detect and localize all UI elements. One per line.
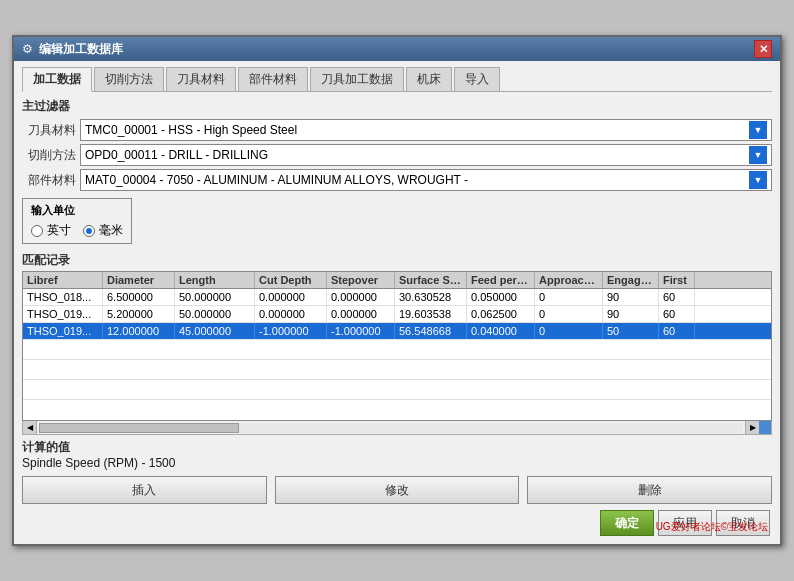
scroll-right-button[interactable]: ▶: [745, 421, 759, 434]
cell-step-2: -1.000000: [327, 323, 395, 339]
cell-step-0: 0.000000: [327, 289, 395, 305]
col-header-first: First: [659, 272, 695, 288]
scroll-left-button[interactable]: ◀: [23, 421, 37, 434]
tool-material-arrow[interactable]: ▼: [749, 121, 767, 139]
cell-length-0: 50.000000: [175, 289, 255, 305]
cell-surf-1: 19.603538: [395, 306, 467, 322]
scroll-track[interactable]: [39, 423, 743, 433]
cell-first-0: 60: [659, 289, 695, 305]
col-header-engage: Engage %: [603, 272, 659, 288]
tab-tool-data[interactable]: 刀具加工数据: [310, 67, 404, 91]
cancel-button[interactable]: 取消: [716, 510, 770, 536]
col-header-stepover: Stepover: [327, 272, 395, 288]
cut-method-row: 切削方法 OPD0_00011 - DRILL - DRILLING ▼: [22, 144, 772, 166]
part-material-label: 部件材料: [22, 172, 76, 189]
cell-diameter-0: 6.500000: [103, 289, 175, 305]
delete-button[interactable]: 删除: [527, 476, 772, 504]
cell-appr-2: 0: [535, 323, 603, 339]
data-table: Libref Diameter Length Cut Depth Stepove…: [22, 271, 772, 421]
calculated-section: 计算的值 Spindle Speed (RPM) - 1500: [22, 439, 772, 470]
main-window: ⚙ 编辑加工数据库 ✕ 加工数据 切削方法 刀具材料 部件材料 刀具加工数据 机…: [12, 35, 782, 546]
cell-first-1: 60: [659, 306, 695, 322]
window-content: 加工数据 切削方法 刀具材料 部件材料 刀具加工数据 机床 导入 主过滤器 刀具…: [14, 61, 780, 544]
title-bar: ⚙ 编辑加工数据库 ✕: [14, 37, 780, 61]
window-title: 编辑加工数据库: [39, 41, 123, 58]
col-header-cut-depth: Cut Depth: [255, 272, 327, 288]
scroll-indicator: [759, 421, 771, 434]
filter-section-title: 主过滤器: [22, 98, 772, 115]
cell-libref-0: THSO_018...: [23, 289, 103, 305]
apply-button[interactable]: 应用: [658, 510, 712, 536]
tab-import[interactable]: 导入: [454, 67, 500, 91]
ok-button[interactable]: 确定: [600, 510, 654, 536]
table-row[interactable]: THSO_019... 12.000000 45.000000 -1.00000…: [23, 323, 771, 340]
action-buttons: 插入 修改 删除: [22, 476, 772, 504]
tool-material-label: 刀具材料: [22, 122, 76, 139]
table-row-empty: [23, 360, 771, 380]
tool-material-row: 刀具材料 TMC0_00001 - HSS - High Speed Steel…: [22, 119, 772, 141]
tab-part-material[interactable]: 部件材料: [238, 67, 308, 91]
cell-length-1: 50.000000: [175, 306, 255, 322]
cut-method-value: OPD0_00011 - DRILL - DRILLING: [85, 148, 749, 162]
cell-diameter-1: 5.200000: [103, 306, 175, 322]
input-units-title: 输入单位: [31, 203, 123, 218]
tab-machine[interactable]: 机床: [406, 67, 452, 91]
table-header: Libref Diameter Length Cut Depth Stepove…: [23, 272, 771, 289]
cell-engage-2: 50: [603, 323, 659, 339]
table-row-empty: [23, 340, 771, 360]
tab-tool-material[interactable]: 刀具材料: [166, 67, 236, 91]
part-material-value: MAT0_00004 - 7050 - ALUMINUM - ALUMINUM …: [85, 173, 749, 187]
part-material-row: 部件材料 MAT0_00004 - 7050 - ALUMINUM - ALUM…: [22, 169, 772, 191]
cell-appr-1: 0: [535, 306, 603, 322]
cell-surf-0: 30.630528: [395, 289, 467, 305]
cell-feed-1: 0.062500: [467, 306, 535, 322]
cell-length-2: 45.000000: [175, 323, 255, 339]
horizontal-scrollbar[interactable]: ◀ ▶: [22, 421, 772, 435]
unit-mm-radio[interactable]: [83, 225, 95, 237]
modify-button[interactable]: 修改: [275, 476, 520, 504]
title-bar-left: ⚙ 编辑加工数据库: [22, 41, 123, 58]
col-header-diameter: Diameter: [103, 272, 175, 288]
part-material-arrow[interactable]: ▼: [749, 171, 767, 189]
tool-material-value: TMC0_00001 - HSS - High Speed Steel: [85, 123, 749, 137]
table-row-empty: [23, 380, 771, 400]
col-header-approach: Approach...: [535, 272, 603, 288]
tool-material-select[interactable]: TMC0_00001 - HSS - High Speed Steel ▼: [80, 119, 772, 141]
cell-surf-2: 56.548668: [395, 323, 467, 339]
tab-cut-method[interactable]: 切削方法: [94, 67, 164, 91]
unit-mm-option[interactable]: 毫米: [83, 222, 123, 239]
unit-inch-radio[interactable]: [31, 225, 43, 237]
calculated-value: Spindle Speed (RPM) - 1500: [22, 456, 772, 470]
cell-step-1: 0.000000: [327, 306, 395, 322]
cell-appr-0: 0: [535, 289, 603, 305]
input-units-box: 输入单位 英寸 毫米: [22, 198, 132, 244]
table-row[interactable]: THSO_018... 6.500000 50.000000 0.000000 …: [23, 289, 771, 306]
tab-bar: 加工数据 切削方法 刀具材料 部件材料 刀具加工数据 机床 导入: [22, 67, 772, 92]
col-header-libref: Libref: [23, 272, 103, 288]
unit-inch-option[interactable]: 英寸: [31, 222, 71, 239]
cell-libref-1: THSO_019...: [23, 306, 103, 322]
cell-engage-0: 90: [603, 289, 659, 305]
cell-cut-2: -1.000000: [255, 323, 327, 339]
tab-machining-data[interactable]: 加工数据: [22, 67, 92, 92]
window-icon: ⚙: [22, 42, 33, 56]
unit-inch-label: 英寸: [47, 222, 71, 239]
cut-method-arrow[interactable]: ▼: [749, 146, 767, 164]
calculated-title: 计算的值: [22, 439, 772, 456]
part-material-select[interactable]: MAT0_00004 - 7050 - ALUMINUM - ALUMINUM …: [80, 169, 772, 191]
col-header-surface-speed: Surface Spe...: [395, 272, 467, 288]
table-body: THSO_018... 6.500000 50.000000 0.000000 …: [23, 289, 771, 420]
table-row-empty: [23, 400, 771, 420]
cut-method-label: 切削方法: [22, 147, 76, 164]
cell-cut-1: 0.000000: [255, 306, 327, 322]
cell-cut-0: 0.000000: [255, 289, 327, 305]
table-row[interactable]: THSO_019... 5.200000 50.000000 0.000000 …: [23, 306, 771, 323]
cell-diameter-2: 12.000000: [103, 323, 175, 339]
insert-button[interactable]: 插入: [22, 476, 267, 504]
cut-method-select[interactable]: OPD0_00011 - DRILL - DRILLING ▼: [80, 144, 772, 166]
close-button[interactable]: ✕: [754, 40, 772, 58]
scroll-thumb[interactable]: [39, 423, 239, 433]
matching-records-title: 匹配记录: [22, 252, 772, 269]
cell-feed-0: 0.050000: [467, 289, 535, 305]
unit-mm-label: 毫米: [99, 222, 123, 239]
